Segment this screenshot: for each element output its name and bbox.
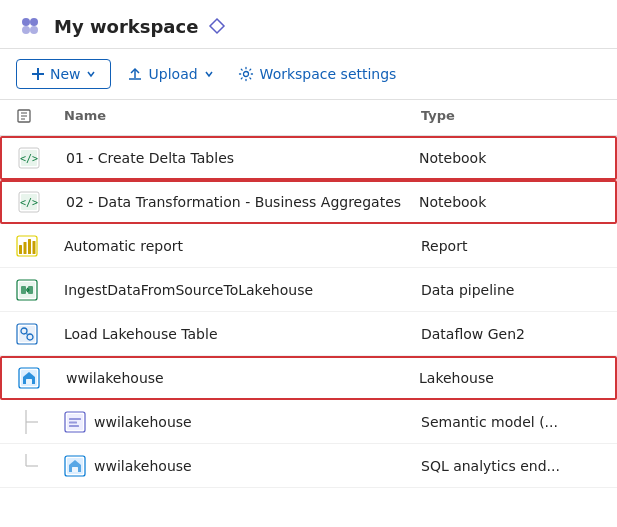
settings-gear-icon [238,66,254,82]
table-row[interactable]: Load Lakehouse Table Dataflow Gen2 [0,312,617,356]
svg-point-1 [30,18,38,26]
row-name: wwilakehouse [94,458,192,474]
diamond-icon [208,17,226,35]
svg-rect-26 [21,286,26,294]
svg-line-33 [27,333,28,334]
row-name: wwilakehouse [94,414,192,430]
row-icon: </> [18,191,66,213]
row-type: Notebook [419,194,599,210]
upload-icon [127,66,143,82]
svg-point-0 [22,18,30,26]
svg-rect-43 [69,425,79,427]
svg-rect-23 [33,241,36,254]
row-icon: </> [18,147,66,169]
svg-point-2 [22,26,30,34]
svg-marker-4 [210,19,224,33]
new-chevron-icon [86,69,96,79]
sub-row-content: wwilakehouse [64,411,421,433]
row-icon [16,279,64,301]
row-type: Data pipeline [421,282,601,298]
svg-point-3 [30,26,38,34]
row-icon-indent [16,410,64,434]
sub-row[interactable]: wwilakehouse Semantic model (... [0,400,617,444]
table-row[interactable]: Automatic report Report [0,224,617,268]
table-row[interactable]: </> 01 - Create Delta Tables Notebook [0,136,617,180]
workspace-settings-button[interactable]: Workspace settings [230,60,405,88]
svg-rect-22 [28,239,31,254]
row-icon [18,367,66,389]
svg-text:</>: </> [20,153,38,164]
svg-rect-36 [26,379,32,384]
svg-point-8 [243,72,248,77]
header-icon-col [16,108,64,127]
workspace-icon [16,12,44,40]
sub-row[interactable]: wwilakehouse SQL analytics end... [0,444,617,488]
row-name: Automatic report [64,238,421,254]
row-icon-indent [16,454,64,478]
row-name: 01 - Create Delta Tables [66,150,419,166]
row-name: IngestDataFromSourceToLakehouse [64,282,421,298]
table-row[interactable]: </> 02 - Data Transformation - Business … [0,180,617,224]
table-row[interactable]: IngestDataFromSourceToLakehouse Data pip… [0,268,617,312]
header-name: Name [64,108,421,127]
svg-rect-21 [24,242,27,254]
row-name: Load Lakehouse Table [64,326,421,342]
svg-rect-41 [69,418,81,420]
upload-chevron-icon [204,69,214,79]
toolbar: New Upload Workspace settings [0,49,617,100]
row-type: Lakehouse [419,370,599,386]
row-icon [16,323,64,345]
row-name: wwilakehouse [66,370,419,386]
row-icon [16,235,64,257]
table-row[interactable]: wwilakehouse Lakehouse [0,356,617,400]
svg-text:</>: </> [20,197,38,208]
content: Name Type </> 01 - Create Delta Tables N… [0,100,617,488]
new-label: New [50,66,81,82]
svg-rect-20 [19,245,22,254]
row-type: SQL analytics end... [421,458,601,474]
svg-rect-48 [72,467,78,472]
row-type: Report [421,238,601,254]
table-header: Name Type [0,100,617,136]
header-type: Type [421,108,601,127]
header: My workspace [0,0,617,49]
upload-button[interactable]: Upload [119,60,222,88]
sub-row-content: wwilakehouse [64,455,421,477]
new-button[interactable]: New [16,59,111,89]
row-name: 02 - Data Transformation - Business Aggr… [66,194,419,210]
row-type: Notebook [419,150,599,166]
svg-rect-42 [69,421,77,423]
plus-icon [31,67,45,81]
upload-label: Upload [149,66,198,82]
workspace-title: My workspace [54,16,198,37]
row-type: Semantic model (... [421,414,601,430]
row-type: Dataflow Gen2 [421,326,601,342]
workspace-settings-label: Workspace settings [260,66,397,82]
